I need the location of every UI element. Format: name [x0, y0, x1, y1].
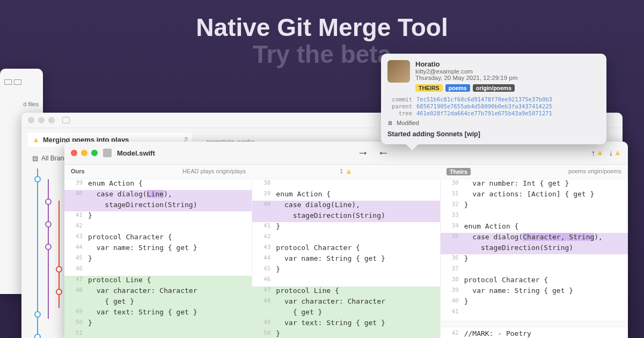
- code-line[interactable]: 48 var character: Character: [252, 297, 440, 308]
- warning-icon: [32, 136, 40, 144]
- code-line[interactable]: stageDirection(String): [441, 244, 628, 254]
- svg-point-9: [35, 312, 40, 317]
- document-icon: 🗎: [387, 120, 393, 126]
- author-name: Horatio: [415, 60, 517, 68]
- code-line[interactable]: 32}: [441, 201, 628, 211]
- hero-title: Native Git Merge Tool: [0, 13, 644, 42]
- parent-hash[interactable]: 685671905e7655ab4d58090b0eb3fa3437414225: [416, 103, 600, 109]
- archive-icon: ▤: [32, 155, 38, 162]
- code-line[interactable]: 44 var name: String { get }: [64, 244, 252, 254]
- code-line[interactable]: 38protocol Character {: [441, 276, 628, 286]
- code-line[interactable]: 49 var text: String { get }: [64, 308, 252, 319]
- minimize-button[interactable]: [81, 150, 87, 156]
- code-line[interactable]: 35 case dialog(Character, String),: [441, 233, 628, 244]
- code-line[interactable]: 46: [64, 265, 252, 276]
- warning-icon: [345, 168, 353, 175]
- layout-toggle-icon[interactable]: [4, 79, 39, 85]
- branch-badge: poems: [445, 84, 470, 92]
- sidebar-toggle-icon[interactable]: [62, 117, 70, 123]
- code-line[interactable]: 40 case dialog(Line),: [252, 201, 440, 211]
- code-line[interactable]: 38: [252, 179, 440, 190]
- code-line[interactable]: 34enum Action {: [441, 222, 628, 233]
- code-line[interactable]: 46: [252, 276, 440, 286]
- code-line[interactable]: 31 var actions: [Action] { get }: [441, 190, 628, 201]
- commit-message: Started adding Sonnets [wip]: [387, 130, 600, 138]
- code-line[interactable]: 43protocol Character {: [252, 244, 440, 254]
- theirs-header: Theirs: [447, 168, 471, 175]
- code-line[interactable]: 39enum Action {: [252, 190, 440, 201]
- prev-conflict-button[interactable]: ↑: [591, 149, 604, 157]
- commit-date: Thursday, 20 May 2021, 12:29:19 pm: [415, 75, 517, 81]
- code-line[interactable]: stageDirection(String): [252, 211, 440, 222]
- code-line[interactable]: stageDirection(String): [64, 201, 252, 211]
- commit-graph-rails: [28, 168, 67, 338]
- ours-pane[interactable]: 39enum Action {40 case dialog(Line), sta…: [64, 179, 252, 338]
- zoom-button[interactable]: [91, 150, 98, 156]
- author-email: kitty2@example.com: [415, 68, 517, 75]
- avatar: [387, 60, 410, 83]
- code-line[interactable]: 41}: [64, 211, 252, 222]
- code-line[interactable]: 45}: [252, 265, 440, 276]
- code-line[interactable]: 41: [441, 308, 628, 319]
- take-left-button[interactable]: ←: [377, 146, 389, 160]
- code-line[interactable]: 43protocol Character {: [64, 233, 252, 244]
- next-conflict-button[interactable]: ↓: [609, 149, 621, 157]
- code-line[interactable]: 50}: [252, 329, 440, 338]
- svg-point-8: [56, 289, 62, 295]
- close-button[interactable]: [71, 150, 77, 156]
- code-line[interactable]: 39enum Action {: [64, 179, 252, 190]
- ours-header: Ours: [71, 168, 85, 175]
- code-line[interactable]: 37: [441, 265, 628, 276]
- svg-point-7: [56, 267, 62, 272]
- code-line[interactable]: 48 var character: Character: [64, 286, 252, 297]
- svg-point-5: [46, 222, 51, 227]
- svg-point-6: [46, 244, 51, 249]
- code-line[interactable]: { get }: [64, 297, 252, 308]
- code-line[interactable]: 40}: [441, 297, 628, 308]
- code-line[interactable]: 47protocol Line {: [64, 276, 252, 286]
- code-line[interactable]: 39 var name: String { get }: [441, 286, 628, 297]
- code-line[interactable]: 51: [64, 329, 252, 338]
- code-line[interactable]: 42: [64, 222, 252, 233]
- svg-point-10: [35, 334, 40, 338]
- file-status: 🗎 Modified: [387, 120, 600, 126]
- svg-point-4: [46, 199, 51, 204]
- file-icon: [103, 149, 112, 157]
- code-line[interactable]: 49 var text: String { get }: [252, 319, 440, 329]
- code-line[interactable]: 42: [252, 233, 440, 244]
- code-line[interactable]: 40 case dialog(Line),: [64, 190, 252, 201]
- code-line[interactable]: 50}: [64, 319, 252, 329]
- code-line[interactable]: 41}: [252, 222, 440, 233]
- merge-window: Model.swift → ← ↑ ↓ OursHEAD plays origi…: [64, 142, 628, 338]
- svg-point-3: [35, 177, 40, 182]
- code-line[interactable]: 45}: [64, 254, 252, 265]
- remote-badge: origin/poems: [473, 84, 515, 92]
- code-line[interactable]: 36}: [441, 254, 628, 265]
- tree-hash[interactable]: 461e028f72da664ce77b791e675b43a9e5071271: [416, 110, 600, 116]
- take-right-button[interactable]: →: [357, 146, 369, 160]
- commit-popover: Horatio kitty2@example.com Thursday, 20 …: [381, 54, 606, 144]
- code-line[interactable]: 33: [441, 211, 628, 222]
- filename: Model.swift: [117, 149, 155, 157]
- code-line[interactable]: 30 var number: Int { get }: [441, 179, 628, 190]
- code-line[interactable]: { get }: [252, 308, 440, 319]
- theirs-badge: THEIRS: [415, 84, 443, 92]
- theirs-pane[interactable]: 30 var number: Int { get }31 var actions…: [441, 179, 628, 338]
- code-line[interactable]: 44 var name: String { get }: [252, 254, 440, 265]
- merged-pane[interactable]: 3839enum Action {40 case dialog(Line), s…: [252, 179, 440, 338]
- code-line[interactable]: 42//MARK: - Poetry: [441, 329, 628, 338]
- code-line[interactable]: 47protocol Line {: [252, 286, 440, 297]
- commit-hash[interactable]: 7ec51b6c81cf60c6d91478f70ee921375e37b0b3: [416, 96, 600, 102]
